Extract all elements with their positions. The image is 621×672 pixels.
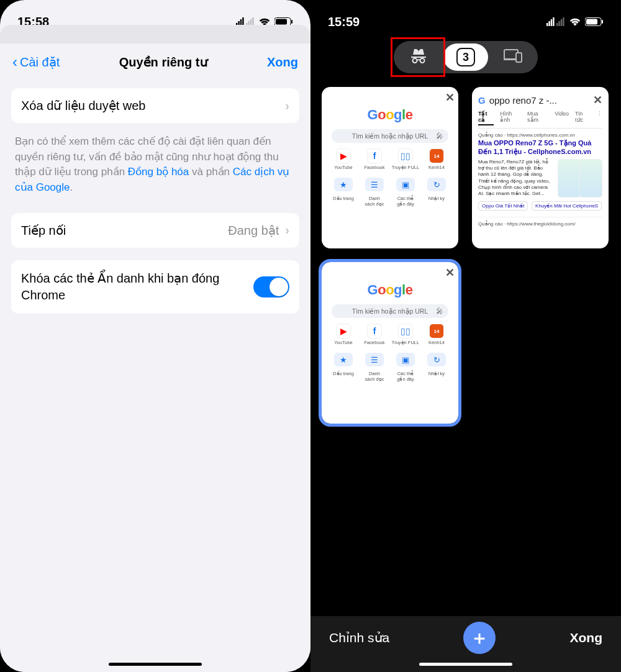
star-icon: ★ (334, 178, 353, 191)
home-indicator (109, 663, 202, 666)
svg-rect-14 (553, 17, 554, 26)
regular-tab-group[interactable]: 3 (443, 43, 488, 71)
chevron-left-icon: ‹ (12, 55, 17, 70)
close-tab-button[interactable]: ✕ (445, 91, 455, 104)
plus-icon: ＋ (470, 625, 489, 651)
tab-card-google-ntp[interactable]: ✕ Google Tìm kiếm hoặc nhập URL🎤︎ ▶YouTu… (322, 87, 458, 248)
row-title: Tiếp nối (21, 223, 66, 238)
close-tab-button[interactable]: ✕ (593, 93, 602, 107)
mic-icon: 🎤︎ (436, 132, 443, 140)
edit-button[interactable]: Chỉnh sửa (329, 630, 389, 645)
shortcut-kenh14: 14Kenh14 (422, 149, 451, 170)
chevron-right-icon: › (285, 223, 289, 237)
svg-rect-21 (602, 20, 603, 24)
svg-rect-20 (586, 19, 597, 25)
svg-rect-16 (558, 21, 560, 26)
youtube-icon: ▶ (337, 149, 350, 163)
product-thumb (579, 159, 602, 198)
new-tab-button[interactable]: ＋ (463, 622, 496, 654)
shortcut-truyenfull: ▯▯Truyện FULL (391, 149, 420, 170)
svg-rect-10 (291, 20, 292, 24)
shortcut-facebook: fFacebook (360, 149, 389, 170)
devices-icon (504, 49, 522, 65)
ad-label-url: Quảng cáo · https://www.cellphones.com.v… (478, 132, 602, 138)
wifi-icon (569, 17, 581, 26)
row-title: Khóa các thẻ Ẩn danh khi bạn đóng Chrome (21, 270, 220, 304)
kenh14-icon: 14 (430, 149, 443, 163)
book-icon: ▯▯ (399, 149, 412, 163)
tab-group-switcher: 3 (310, 37, 621, 81)
row-value: Đang bật (228, 223, 279, 238)
tab-title: oppo reno7 z -... (489, 95, 557, 106)
facebook-icon: f (368, 324, 381, 338)
settings-sheet: ‹ Cài đặt Quyền riêng tư Xong Xóa dữ liệ… (0, 43, 310, 672)
tab-count-badge: 3 (456, 48, 475, 66)
nav-title: Quyền riêng tư (119, 55, 208, 70)
serp-tabs: Tất cảHình ảnhMua sắmVideoTin tức ⋮ (478, 111, 602, 129)
home-indicator (419, 663, 512, 666)
battery-icon (585, 17, 604, 26)
tabs-icon: ▣ (396, 353, 415, 366)
result-description: Mua Reno7, Reno7Z giá tốt, hỗ trợ thu cũ… (478, 159, 554, 198)
nav-done-button[interactable]: Xong (267, 55, 298, 70)
sitelink-chip: Oppo Giá Tốt Nhất (478, 201, 528, 211)
svg-rect-9 (276, 19, 287, 25)
google-logo: Google (328, 107, 452, 123)
row-clear-browsing-data[interactable]: Xóa dữ liệu duyệt web › (11, 88, 299, 123)
ad-label-url-2: Quảng cáo · https://www.thegioididong.co… (478, 217, 602, 227)
facebook-icon: f (368, 149, 381, 163)
product-thumb (558, 159, 581, 198)
other-devices-tab-group[interactable] (491, 43, 535, 71)
google-logo: Google (328, 282, 452, 298)
link-sync[interactable]: Đồng bộ hóa (128, 166, 189, 178)
incognito-tab-group[interactable] (396, 43, 441, 71)
status-time: 15:59 (328, 15, 360, 29)
lock-incognito-switch[interactable] (253, 276, 289, 297)
phone-right-tab-switcher: 15:59 (310, 0, 621, 672)
mic-icon: 🎤︎ (436, 307, 443, 316)
svg-rect-15 (556, 23, 558, 26)
star-icon: ★ (334, 353, 353, 366)
shortcut-youtube: ▶YouTube (329, 149, 358, 170)
underlying-sheet-layer (0, 25, 310, 43)
sitelink-chip: Khuyến Mãi Hot CellphoneS (532, 201, 602, 211)
youtube-icon: ▶ (337, 324, 350, 338)
svg-rect-12 (548, 21, 550, 26)
row-lock-incognito: Khóa các thẻ Ẩn danh khi bạn đóng Chrome (11, 260, 299, 314)
tabs-icon: ▣ (396, 178, 415, 191)
status-bar-right: 15:59 (310, 0, 621, 37)
book-icon: ▯▯ (399, 324, 412, 338)
back-label: Cài đặt (20, 55, 60, 70)
ntp-search-box: Tìm kiếm hoặc nhập URL🎤︎ (332, 304, 448, 318)
history-icon: ↻ (427, 178, 446, 191)
svg-rect-17 (561, 19, 562, 26)
svg-rect-18 (563, 17, 564, 26)
google-g-icon: G (478, 95, 486, 106)
tab-card-google-ntp-selected[interactable]: ✕ Google Tìm kiếm hoặc nhập URL🎤︎ ▶YouTu… (322, 262, 458, 424)
svg-rect-24 (516, 53, 522, 62)
kenh14-icon: 14 (430, 324, 443, 338)
row-handoff[interactable]: Tiếp nối Đang bật › (11, 213, 299, 248)
history-icon: ↻ (427, 353, 446, 366)
annotation-highlight-box (391, 37, 445, 77)
list-icon: ☰ (365, 178, 384, 191)
result-headline: Mua OPPO Reno7 Z 5G - Tặng Quà Đến 1,1 T… (478, 139, 602, 157)
info-paragraph: Bạn có thể xem thêm các chế độ cài đặt l… (11, 123, 299, 196)
tab-card-search-results[interactable]: G oppo reno7 z -... ✕ Tất cảHình ảnhMua … (472, 87, 609, 248)
dual-cell-signal-icon (546, 17, 565, 26)
list-icon: ☰ (365, 353, 384, 366)
chevron-right-icon: › (285, 99, 289, 113)
nav-bar: ‹ Cài đặt Quyền riêng tư Xong (0, 48, 310, 82)
row-title: Xóa dữ liệu duyệt web (21, 98, 145, 113)
svg-rect-11 (546, 23, 548, 26)
back-button[interactable]: ‹ Cài đặt (12, 55, 60, 70)
svg-rect-13 (551, 19, 552, 26)
ntp-search-box: Tìm kiếm hoặc nhập URL🎤︎ (332, 129, 448, 143)
done-button[interactable]: Xong (570, 630, 603, 645)
phone-left-settings: 15:58 ‹ Cài đặt Quyền riêng tư (0, 0, 310, 672)
close-tab-button[interactable]: ✕ (445, 266, 455, 279)
